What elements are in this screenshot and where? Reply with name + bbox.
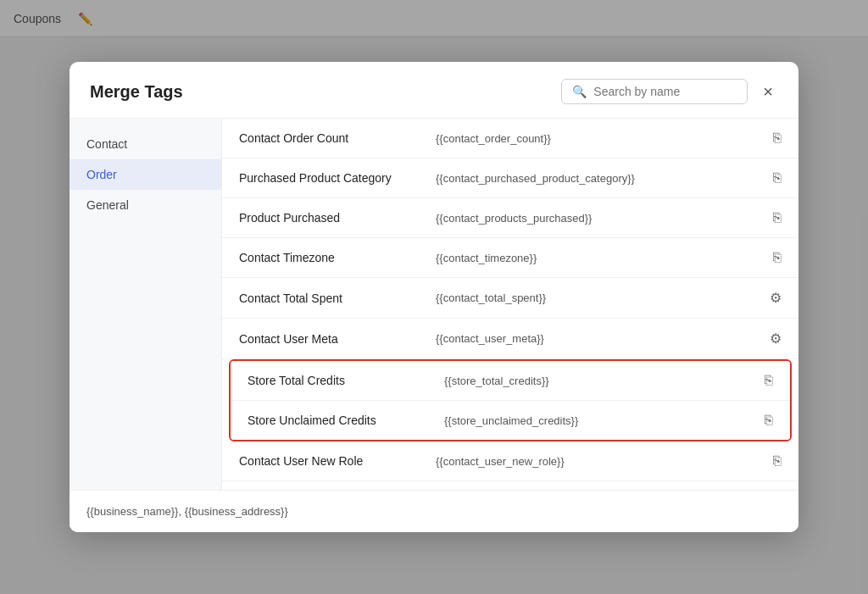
- sidebar-item-contact[interactable]: Contact: [70, 129, 221, 159]
- copy-icon[interactable]: ⎘: [765, 373, 773, 388]
- sidebar-item-order[interactable]: Order: [70, 159, 221, 190]
- row-name: Contact Total Spent: [239, 291, 426, 305]
- gear-icon[interactable]: ⚙: [770, 330, 782, 347]
- modal-body: Contact Order General Contact Order Coun…: [70, 119, 798, 532]
- bottom-bar-text: {{business_name}}, {{business_address}}: [86, 505, 288, 518]
- table-row: Contact User Meta {{contact_user_meta}} …: [222, 319, 798, 359]
- row-name: Contact User Meta: [239, 332, 426, 346]
- modal-header-right: 🔍 ×: [561, 79, 778, 104]
- sidebar: Contact Order General: [70, 119, 222, 532]
- row-tag: {{contact_order_count}}: [436, 132, 763, 145]
- row-name: Store Total Credits: [248, 374, 434, 387]
- table-row: Purchased Product Category {{contact_pur…: [222, 158, 798, 198]
- row-name: Purchased Product Category: [239, 171, 426, 185]
- modal-header: Merge Tags 🔍 ×: [70, 62, 798, 119]
- row-tag: {{store_total_credits}}: [444, 375, 754, 387]
- row-name: Contact Timezone: [239, 251, 426, 264]
- modal-overlay: Merge Tags 🔍 × Contact Order General: [0, 0, 868, 594]
- merge-tags-modal: Merge Tags 🔍 × Contact Order General: [70, 62, 798, 532]
- row-tag: {{contact_user_new_role}}: [436, 455, 763, 468]
- sidebar-item-general[interactable]: General: [70, 190, 221, 220]
- row-name: Contact User New Role: [239, 454, 426, 468]
- table-row: Store Unclaimed Credits {{store_unclaime…: [231, 401, 790, 440]
- search-icon: 🔍: [572, 85, 587, 98]
- row-tag: {{contact_timezone}}: [436, 252, 763, 264]
- row-tag: {{store_unclaimed_credits}}: [444, 414, 754, 427]
- copy-icon[interactable]: ⎘: [773, 210, 782, 225]
- gear-icon[interactable]: ⚙: [770, 290, 782, 306]
- copy-icon[interactable]: ⎘: [765, 413, 773, 428]
- row-tag: {{contact_products_purchased}}: [436, 212, 763, 225]
- copy-icon[interactable]: ⎘: [773, 250, 782, 265]
- highlighted-section-wrapper: Store Total Credits {{store_total_credit…: [222, 359, 798, 441]
- table-row: Contact Timezone {{contact_timezone}} ⎘: [222, 238, 798, 278]
- copy-icon[interactable]: ⎘: [773, 453, 782, 469]
- table-row: Store Total Credits {{store_total_credit…: [231, 361, 790, 401]
- table-row: Contact User New Role {{contact_user_new…: [222, 441, 798, 481]
- row-tag: {{contact_total_spent}}: [436, 291, 760, 304]
- table-row: Contact Order Count {{contact_order_coun…: [222, 119, 798, 158]
- merge-tags-content: Contact Order Count {{contact_order_coun…: [222, 119, 798, 532]
- modal-title: Merge Tags: [90, 82, 183, 102]
- copy-icon[interactable]: ⎘: [773, 130, 782, 146]
- table-row: Contact Total Spent {{contact_total_spen…: [222, 278, 798, 319]
- bottom-bar: {{business_name}}, {{business_address}}: [70, 490, 798, 532]
- row-name: Store Unclaimed Credits: [248, 414, 434, 427]
- search-input[interactable]: [593, 85, 737, 98]
- copy-icon[interactable]: ⎘: [773, 170, 782, 186]
- highlighted-rows: Store Total Credits {{store_total_credit…: [229, 359, 792, 441]
- row-name: Product Purchased: [239, 211, 426, 225]
- table-row: Product Purchased {{contact_products_pur…: [222, 198, 798, 238]
- row-tag: {{contact_user_meta}}: [436, 332, 760, 345]
- close-button[interactable]: ×: [758, 81, 778, 102]
- row-name: Contact Order Count: [239, 131, 426, 145]
- row-tag: {{contact_purchased_product_category}}: [436, 172, 763, 185]
- search-box[interactable]: 🔍: [561, 79, 748, 104]
